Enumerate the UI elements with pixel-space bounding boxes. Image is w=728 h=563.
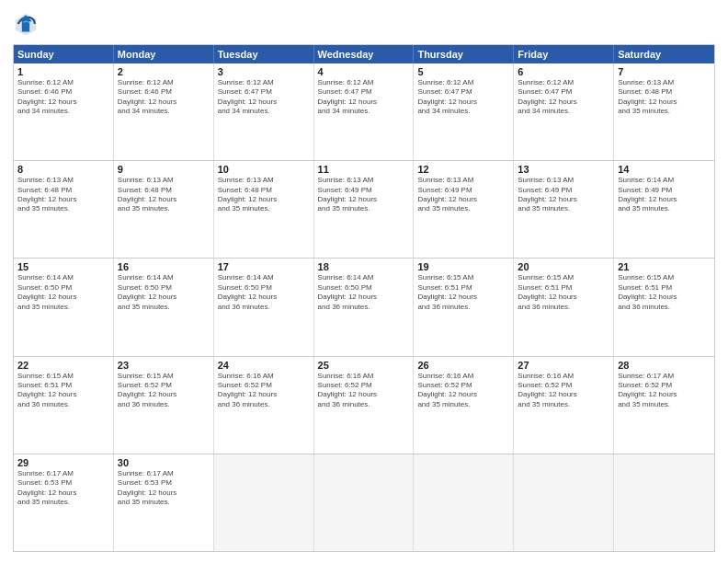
calendar-cell: 25Sunrise: 6:16 AM Sunset: 6:52 PM Dayli… [314,357,415,454]
day-number: 6 [518,66,609,77]
day-number: 9 [118,164,210,175]
day-number: 27 [518,360,609,371]
weekday-header: Wednesday [314,45,415,63]
day-number: 7 [618,66,711,77]
logo [13,11,40,37]
cell-info: Sunrise: 6:12 AM Sunset: 6:46 PM Dayligh… [118,78,210,117]
cell-info: Sunrise: 6:15 AM Sunset: 6:51 PM Dayligh… [518,273,609,312]
calendar-cell: 3Sunrise: 6:12 AM Sunset: 6:47 PM Daylig… [214,63,314,160]
cell-info: Sunrise: 6:12 AM Sunset: 6:47 PM Dayligh… [218,78,310,117]
weekday-header: Sunday [14,45,114,63]
cell-info: Sunrise: 6:16 AM Sunset: 6:52 PM Dayligh… [218,372,310,410]
cell-info: Sunrise: 6:13 AM Sunset: 6:49 PM Dayligh… [518,176,609,214]
calendar-cell: 24Sunrise: 6:16 AM Sunset: 6:52 PM Dayli… [214,357,314,454]
calendar-cell: 18Sunrise: 6:14 AM Sunset: 6:50 PM Dayli… [314,259,415,355]
empty-cell [214,454,314,551]
calendar-cell: 20Sunrise: 6:15 AM Sunset: 6:51 PM Dayli… [514,259,614,355]
cell-info: Sunrise: 6:13 AM Sunset: 6:48 PM Dayligh… [118,176,210,214]
cell-info: Sunrise: 6:14 AM Sunset: 6:50 PM Dayligh… [218,273,310,312]
calendar-cell: 15Sunrise: 6:14 AM Sunset: 6:50 PM Dayli… [14,259,114,355]
empty-cell [314,454,415,551]
calendar-cell: 1Sunrise: 6:12 AM Sunset: 6:46 PM Daylig… [14,63,114,160]
weekday-header: Monday [114,45,214,63]
empty-cell [414,454,514,551]
cell-info: Sunrise: 6:17 AM Sunset: 6:53 PM Dayligh… [17,469,109,508]
calendar-cell: 8Sunrise: 6:13 AM Sunset: 6:48 PM Daylig… [14,161,114,258]
day-number: 3 [218,66,310,77]
day-number: 21 [618,261,711,272]
day-number: 22 [17,360,109,371]
weekday-header: Tuesday [214,45,314,63]
day-number: 1 [17,66,109,77]
day-number: 25 [318,360,410,371]
calendar-cell: 21Sunrise: 6:15 AM Sunset: 6:51 PM Dayli… [614,259,714,355]
cell-info: Sunrise: 6:15 AM Sunset: 6:51 PM Dayligh… [618,273,711,312]
calendar-cell: 2Sunrise: 6:12 AM Sunset: 6:46 PM Daylig… [114,63,214,160]
empty-cell [514,454,614,551]
cell-info: Sunrise: 6:13 AM Sunset: 6:49 PM Dayligh… [318,176,410,214]
cell-info: Sunrise: 6:12 AM Sunset: 6:47 PM Dayligh… [417,78,509,117]
calendar-cell: 5Sunrise: 6:12 AM Sunset: 6:47 PM Daylig… [414,63,514,160]
weekday-header: Saturday [614,45,714,63]
day-number: 17 [218,261,310,272]
day-number: 26 [417,360,509,371]
cell-info: Sunrise: 6:17 AM Sunset: 6:53 PM Dayligh… [118,469,210,508]
calendar-row: 8Sunrise: 6:13 AM Sunset: 6:48 PM Daylig… [14,160,714,258]
cell-info: Sunrise: 6:16 AM Sunset: 6:52 PM Dayligh… [417,372,509,410]
calendar-cell: 6Sunrise: 6:12 AM Sunset: 6:47 PM Daylig… [514,63,614,160]
page: SundayMondayTuesdayWednesdayThursdayFrid… [0,0,728,563]
day-number: 18 [318,261,410,272]
day-number: 23 [118,360,210,371]
day-number: 20 [518,261,609,272]
cell-info: Sunrise: 6:14 AM Sunset: 6:50 PM Dayligh… [118,273,210,312]
day-number: 11 [318,164,410,175]
day-number: 29 [17,457,109,468]
calendar-header: SundayMondayTuesdayWednesdayThursdayFrid… [14,45,714,63]
cell-info: Sunrise: 6:13 AM Sunset: 6:48 PM Dayligh… [17,176,109,214]
calendar-cell: 10Sunrise: 6:13 AM Sunset: 6:48 PM Dayli… [214,161,314,258]
cell-info: Sunrise: 6:12 AM Sunset: 6:46 PM Dayligh… [17,78,109,117]
day-number: 28 [618,360,711,371]
calendar-cell: 30Sunrise: 6:17 AM Sunset: 6:53 PM Dayli… [114,454,214,551]
calendar-cell: 22Sunrise: 6:15 AM Sunset: 6:51 PM Dayli… [14,357,114,454]
cell-info: Sunrise: 6:15 AM Sunset: 6:51 PM Dayligh… [17,372,109,410]
calendar-cell: 27Sunrise: 6:16 AM Sunset: 6:52 PM Dayli… [514,357,614,454]
cell-info: Sunrise: 6:14 AM Sunset: 6:50 PM Dayligh… [17,273,109,312]
day-number: 5 [417,66,509,77]
day-number: 8 [17,164,109,175]
calendar-cell: 17Sunrise: 6:14 AM Sunset: 6:50 PM Dayli… [214,259,314,355]
calendar-cell: 9Sunrise: 6:13 AM Sunset: 6:48 PM Daylig… [114,161,214,258]
calendar-cell: 28Sunrise: 6:17 AM Sunset: 6:52 PM Dayli… [614,357,714,454]
calendar-cell: 7Sunrise: 6:13 AM Sunset: 6:48 PM Daylig… [614,63,714,160]
calendar-row: 29Sunrise: 6:17 AM Sunset: 6:53 PM Dayli… [14,454,714,551]
calendar: SundayMondayTuesdayWednesdayThursdayFrid… [13,44,715,552]
calendar-cell: 12Sunrise: 6:13 AM Sunset: 6:49 PM Dayli… [414,161,514,258]
cell-info: Sunrise: 6:15 AM Sunset: 6:51 PM Dayligh… [417,273,509,312]
weekday-header: Friday [514,45,614,63]
day-number: 2 [118,66,210,77]
day-number: 24 [218,360,310,371]
empty-cell [614,454,714,551]
cell-info: Sunrise: 6:15 AM Sunset: 6:52 PM Dayligh… [118,372,210,410]
day-number: 13 [518,164,609,175]
cell-info: Sunrise: 6:13 AM Sunset: 6:49 PM Dayligh… [417,176,509,214]
day-number: 30 [118,457,210,468]
cell-info: Sunrise: 6:12 AM Sunset: 6:47 PM Dayligh… [318,78,410,117]
day-number: 15 [17,261,109,272]
calendar-cell: 14Sunrise: 6:14 AM Sunset: 6:49 PM Dayli… [614,161,714,258]
calendar-body: 1Sunrise: 6:12 AM Sunset: 6:46 PM Daylig… [14,63,714,551]
calendar-cell: 4Sunrise: 6:12 AM Sunset: 6:47 PM Daylig… [314,63,415,160]
cell-info: Sunrise: 6:16 AM Sunset: 6:52 PM Dayligh… [518,372,609,410]
calendar-row: 1Sunrise: 6:12 AM Sunset: 6:46 PM Daylig… [14,63,714,160]
header [13,11,715,37]
weekday-header: Thursday [414,45,514,63]
cell-info: Sunrise: 6:16 AM Sunset: 6:52 PM Dayligh… [318,372,410,410]
calendar-cell: 23Sunrise: 6:15 AM Sunset: 6:52 PM Dayli… [114,357,214,454]
cell-info: Sunrise: 6:13 AM Sunset: 6:48 PM Dayligh… [218,176,310,214]
calendar-cell: 29Sunrise: 6:17 AM Sunset: 6:53 PM Dayli… [14,454,114,551]
calendar-cell: 11Sunrise: 6:13 AM Sunset: 6:49 PM Dayli… [314,161,415,258]
calendar-cell: 26Sunrise: 6:16 AM Sunset: 6:52 PM Dayli… [414,357,514,454]
cell-info: Sunrise: 6:17 AM Sunset: 6:52 PM Dayligh… [618,372,711,410]
logo-icon [13,11,39,37]
cell-info: Sunrise: 6:12 AM Sunset: 6:47 PM Dayligh… [518,78,609,117]
